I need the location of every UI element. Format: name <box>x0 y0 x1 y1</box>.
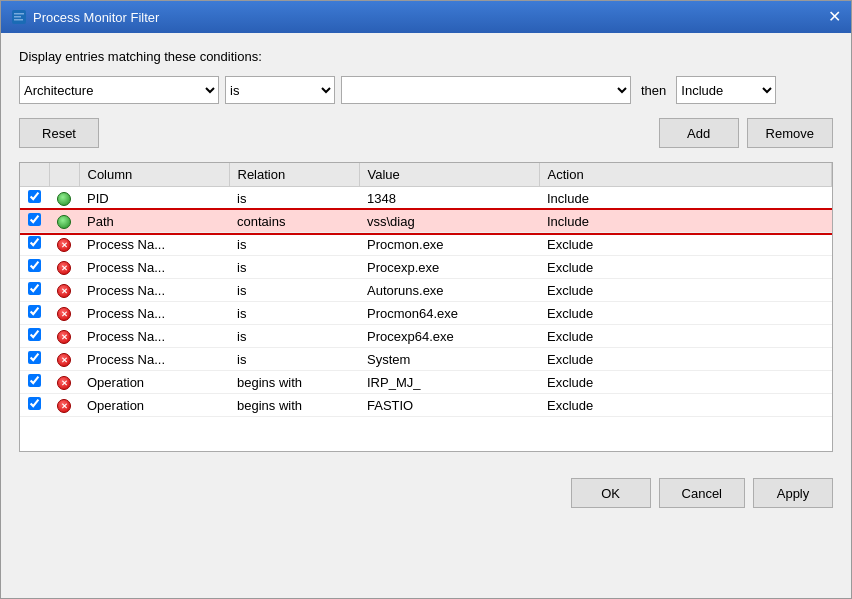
green-include-icon <box>57 215 71 229</box>
row-checkbox[interactable] <box>28 259 41 272</box>
table-row[interactable]: PIDis1348Include <box>20 187 832 210</box>
table-row[interactable]: Process Na...isProcexp64.exeExclude <box>20 325 832 348</box>
row-column: Path <box>79 210 229 233</box>
filter-table: Column Relation Value Action PIDis1348In… <box>20 163 832 417</box>
row-action: Exclude <box>539 325 832 348</box>
row-checkbox-cell <box>20 187 49 210</box>
table-row[interactable]: Process Na...isProcmon.exeExclude <box>20 233 832 256</box>
row-action: Exclude <box>539 256 832 279</box>
table-row[interactable]: Pathcontainsvss\diagInclude <box>20 210 832 233</box>
row-checkbox-cell <box>20 210 49 233</box>
row-relation: begins with <box>229 371 359 394</box>
action-select[interactable]: Include Exclude <box>676 76 776 104</box>
right-buttons: Add Remove <box>659 118 833 148</box>
svg-rect-1 <box>14 13 24 15</box>
row-action: Include <box>539 210 832 233</box>
row-icon-cell <box>49 187 79 210</box>
cancel-button[interactable]: Cancel <box>659 478 745 508</box>
then-label: then <box>641 83 666 98</box>
row-icon-cell <box>49 302 79 325</box>
row-checkbox[interactable] <box>28 397 41 410</box>
row-icon-cell <box>49 210 79 233</box>
row-relation: is <box>229 279 359 302</box>
row-value: Autoruns.exe <box>359 279 539 302</box>
row-action: Exclude <box>539 348 832 371</box>
process-monitor-filter-dialog: Process Monitor Filter ✕ Display entries… <box>0 0 852 599</box>
row-value: Procmon64.exe <box>359 302 539 325</box>
col-value[interactable]: Value <box>359 163 539 187</box>
column-select[interactable]: Architecture PID Path Process Name Opera… <box>19 76 219 104</box>
row-relation: is <box>229 256 359 279</box>
row-checkbox-cell <box>20 325 49 348</box>
row-checkbox[interactable] <box>28 374 41 387</box>
svg-rect-2 <box>14 16 21 18</box>
row-column: Operation <box>79 394 229 417</box>
row-column: Process Na... <box>79 279 229 302</box>
row-relation: contains <box>229 210 359 233</box>
row-icon-cell <box>49 348 79 371</box>
svg-rect-3 <box>14 19 23 21</box>
row-checkbox[interactable] <box>28 328 41 341</box>
apply-button[interactable]: Apply <box>753 478 833 508</box>
row-icon-cell <box>49 325 79 348</box>
title-bar-left: Process Monitor Filter <box>11 9 159 25</box>
row-icon-cell <box>49 394 79 417</box>
close-button[interactable]: ✕ <box>828 9 841 25</box>
red-exclude-icon <box>57 261 71 275</box>
col-relation[interactable]: Relation <box>229 163 359 187</box>
table-row[interactable]: Operationbegins withFASTIOExclude <box>20 394 832 417</box>
col-icon <box>49 163 79 187</box>
row-checkbox[interactable] <box>28 213 41 226</box>
row-value: FASTIO <box>359 394 539 417</box>
ok-button[interactable]: OK <box>571 478 651 508</box>
row-value: System <box>359 348 539 371</box>
reset-button[interactable]: Reset <box>19 118 99 148</box>
red-exclude-icon <box>57 307 71 321</box>
row-action: Exclude <box>539 302 832 325</box>
title-bar: Process Monitor Filter ✕ <box>1 1 851 33</box>
table-row[interactable]: Operationbegins withIRP_MJ_Exclude <box>20 371 832 394</box>
row-checkbox[interactable] <box>28 351 41 364</box>
row-column: Operation <box>79 371 229 394</box>
value-select[interactable] <box>341 76 631 104</box>
row-column: Process Na... <box>79 256 229 279</box>
row-value: vss\diag <box>359 210 539 233</box>
table-row[interactable]: Process Na...isSystemExclude <box>20 348 832 371</box>
row-relation: is <box>229 187 359 210</box>
row-value: Procmon.exe <box>359 233 539 256</box>
row-checkbox-cell <box>20 394 49 417</box>
col-action[interactable]: Action <box>539 163 832 187</box>
dialog-body: Display entries matching these condition… <box>1 33 851 468</box>
table-header-row: Column Relation Value Action <box>20 163 832 187</box>
row-action: Exclude <box>539 233 832 256</box>
relation-select[interactable]: is is not contains begins with ends with <box>225 76 335 104</box>
row-action: Exclude <box>539 279 832 302</box>
row-column: Process Na... <box>79 348 229 371</box>
table-row[interactable]: Process Na...isAutoruns.exeExclude <box>20 279 832 302</box>
row-checkbox[interactable] <box>28 236 41 249</box>
remove-button[interactable]: Remove <box>747 118 833 148</box>
row-relation: is <box>229 233 359 256</box>
row-checkbox-cell <box>20 371 49 394</box>
button-row: Reset Add Remove <box>19 118 833 148</box>
red-exclude-icon <box>57 399 71 413</box>
red-exclude-icon <box>57 330 71 344</box>
red-exclude-icon <box>57 284 71 298</box>
col-column[interactable]: Column <box>79 163 229 187</box>
row-value: 1348 <box>359 187 539 210</box>
row-icon-cell <box>49 371 79 394</box>
filter-row: Architecture PID Path Process Name Opera… <box>19 76 833 104</box>
filter-table-container[interactable]: Column Relation Value Action PIDis1348In… <box>19 162 833 452</box>
table-row[interactable]: Process Na...isProcmon64.exeExclude <box>20 302 832 325</box>
row-checkbox[interactable] <box>28 282 41 295</box>
red-exclude-icon <box>57 353 71 367</box>
row-icon-cell <box>49 256 79 279</box>
row-column: Process Na... <box>79 302 229 325</box>
row-column: PID <box>79 187 229 210</box>
table-row[interactable]: Process Na...isProcexp.exeExclude <box>20 256 832 279</box>
row-value: Procexp.exe <box>359 256 539 279</box>
row-column: Process Na... <box>79 233 229 256</box>
row-checkbox[interactable] <box>28 305 41 318</box>
add-button[interactable]: Add <box>659 118 739 148</box>
row-checkbox[interactable] <box>28 190 41 203</box>
